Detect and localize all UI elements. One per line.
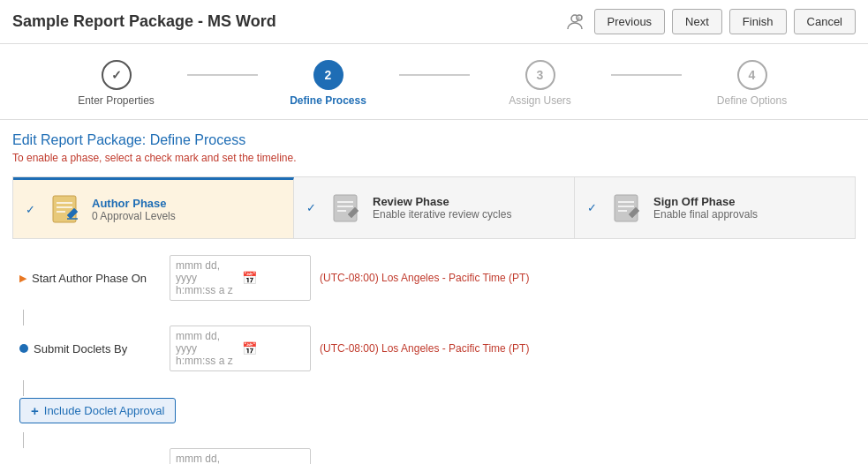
previous-button[interactable]: Previous bbox=[594, 9, 666, 34]
phase-card-author[interactable]: ✓ Author Phase 0 Approval Levels bbox=[13, 177, 294, 238]
svg-text:+: + bbox=[577, 15, 580, 21]
step-label-2: Define Process bbox=[290, 94, 366, 107]
wizard-steps: ✓ Enter Properties 2 Define Process 3 As… bbox=[0, 44, 868, 120]
content-subtitle: To enable a phase, select a check mark a… bbox=[12, 152, 856, 164]
start-phase-label: ▶ Start Author Phase On bbox=[19, 272, 161, 285]
connector-line-3 bbox=[23, 432, 24, 448]
step-circle-4: 4 bbox=[737, 60, 767, 90]
review-phase-icon bbox=[327, 190, 364, 227]
wizard-step-define-options[interactable]: 4 Define Options bbox=[682, 60, 823, 107]
review-phase-desc: Enable iterative review cycles bbox=[373, 208, 511, 221]
wizard-step-assign-users[interactable]: 3 Assign Users bbox=[470, 60, 611, 107]
submit-doclets-row: Submit Doclets By mmm dd, yyyy h:mm:ss a… bbox=[16, 326, 852, 371]
signoff-phase-text: Sign Off Phase Enable final approvals bbox=[653, 195, 758, 221]
step-circle-1: ✓ bbox=[102, 60, 132, 90]
step-circle-2: 2 bbox=[313, 60, 343, 90]
step-label-1: Enter Properties bbox=[78, 94, 155, 107]
header-actions: + Previous Next Finish Cancel bbox=[562, 9, 856, 34]
start-timezone: (UTC-08:00) Los Angeles - Pacific Time (… bbox=[320, 272, 529, 284]
step-label-4: Define Options bbox=[717, 94, 787, 107]
end-datetime-placeholder: mmm dd, yyyy h:mm:ss a z bbox=[176, 453, 238, 464]
end-phase-row: ⊢ End Author Phase On mmm dd, yyyy h:mm:… bbox=[16, 448, 852, 464]
author-phase-text: Author Phase 0 Approval Levels bbox=[92, 197, 176, 222]
phase-card-signoff[interactable]: ✓ Sign Off Phase Enable final approvals bbox=[575, 177, 855, 238]
user-icon: + bbox=[562, 10, 587, 34]
author-phase-form: ▶ Start Author Phase On mmm dd, yyyy h:m… bbox=[12, 255, 856, 464]
content-title: Edit Report Package: Define Process bbox=[12, 132, 856, 148]
include-doclet-approval-button[interactable]: + Include Doclet Approval bbox=[19, 398, 176, 423]
wizard-connector-1 bbox=[187, 74, 258, 76]
review-phase-text: Review Phase Enable iterative review cyc… bbox=[373, 195, 511, 221]
start-arrow-icon: ▶ bbox=[19, 273, 26, 284]
svg-rect-12 bbox=[615, 195, 638, 221]
connector-line-2 bbox=[23, 380, 24, 396]
main-content: Edit Report Package: Define Process To e… bbox=[0, 120, 868, 464]
phase-cards: ✓ Author Phase 0 Approval Levels ✓ bbox=[12, 176, 856, 239]
submit-calendar-icon[interactable]: 📅 bbox=[242, 341, 305, 355]
signoff-check-icon: ✓ bbox=[587, 201, 597, 214]
connector-line-1 bbox=[23, 310, 24, 326]
end-datetime-input[interactable]: mmm dd, yyyy h:mm:ss a z 📅 bbox=[170, 448, 311, 464]
plus-icon: + bbox=[31, 403, 39, 418]
cancel-button[interactable]: Cancel bbox=[794, 9, 856, 34]
wizard-connector-2 bbox=[399, 74, 470, 76]
review-phase-name: Review Phase bbox=[373, 195, 511, 208]
app-header: Sample Report Package - MS Word + Previo… bbox=[0, 0, 868, 44]
submit-dot-icon bbox=[19, 344, 28, 353]
start-calendar-icon[interactable]: 📅 bbox=[242, 271, 305, 285]
author-check-icon: ✓ bbox=[26, 203, 35, 216]
step-label-3: Assign Users bbox=[509, 94, 571, 107]
submit-doclets-label-text: Submit Doclets By bbox=[34, 342, 127, 355]
review-check-icon: ✓ bbox=[306, 201, 316, 214]
signoff-phase-name: Sign Off Phase bbox=[653, 195, 758, 208]
page-title: Sample Report Package - MS Word bbox=[12, 12, 276, 31]
start-phase-label-text: Start Author Phase On bbox=[32, 272, 147, 285]
start-phase-row: ▶ Start Author Phase On mmm dd, yyyy h:m… bbox=[16, 255, 852, 301]
signoff-phase-icon bbox=[608, 190, 645, 227]
next-button[interactable]: Next bbox=[672, 9, 722, 34]
wizard-step-enter-properties[interactable]: ✓ Enter Properties bbox=[46, 60, 187, 107]
step-circle-3: 3 bbox=[525, 60, 555, 90]
finish-button[interactable]: Finish bbox=[729, 9, 787, 34]
svg-rect-8 bbox=[334, 195, 357, 221]
author-phase-name: Author Phase bbox=[92, 197, 176, 210]
submit-datetime-placeholder: mmm dd, yyyy h:mm:ss a z bbox=[176, 330, 238, 367]
author-phase-icon bbox=[46, 191, 83, 228]
submit-doclets-label: Submit Doclets By bbox=[19, 342, 161, 355]
signoff-phase-desc: Enable final approvals bbox=[653, 208, 758, 221]
start-datetime-placeholder: mmm dd, yyyy h:mm:ss a z bbox=[176, 259, 238, 296]
wizard-connector-3 bbox=[611, 74, 682, 76]
phase-card-review[interactable]: ✓ Review Phase Enable iterative review c… bbox=[294, 177, 575, 238]
submit-timezone: (UTC-08:00) Los Angeles - Pacific Time (… bbox=[320, 342, 529, 355]
submit-datetime-input[interactable]: mmm dd, yyyy h:mm:ss a z 📅 bbox=[170, 326, 311, 371]
include-doclet-label: Include Doclet Approval bbox=[44, 404, 165, 417]
author-phase-desc: 0 Approval Levels bbox=[92, 210, 176, 222]
start-datetime-input[interactable]: mmm dd, yyyy h:mm:ss a z 📅 bbox=[170, 255, 311, 301]
wizard-step-define-process[interactable]: 2 Define Process bbox=[258, 60, 399, 107]
